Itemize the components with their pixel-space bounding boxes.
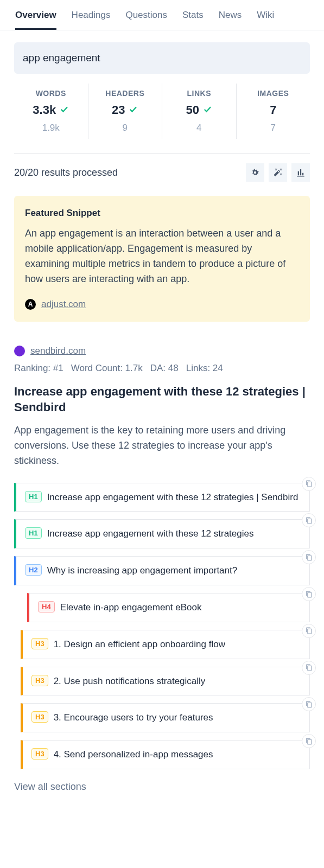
stat-label: HEADERS — [88, 89, 162, 98]
heading-level-badge: H4 — [38, 601, 55, 612]
heading-item[interactable]: H2Why is increasing app engagement impor… — [14, 556, 310, 585]
stat-value: 3.3k — [14, 103, 88, 117]
copy-icon[interactable] — [302, 661, 316, 675]
check-icon — [202, 103, 212, 117]
heading-text: 2. Use push notifications strategically — [54, 675, 206, 688]
heading-text: 1. Design an efficient app onboarding fl… — [54, 638, 225, 651]
heading-text: Increase app engagement with these 12 st… — [47, 527, 254, 540]
heading-item[interactable]: H1Increase app engagement with these 12 … — [14, 519, 310, 548]
tab-news[interactable]: News — [219, 5, 242, 30]
stat-value: 50 — [162, 103, 236, 117]
heading-level-badge: H3 — [31, 675, 48, 686]
check-icon — [128, 103, 138, 117]
serp-result: sendbird.com Ranking: #1 Word Count: 1.7… — [14, 346, 310, 769]
stat-label: WORDS — [14, 89, 88, 98]
stat-links: LINKS504 — [162, 84, 237, 139]
heading-item[interactable]: H34. Send personalized in-app messages — [21, 740, 310, 769]
meta-links: Links: 24 — [186, 363, 223, 374]
stat-sub: 1.9k — [14, 123, 88, 133]
heading-text: Increase app engagement with these 12 st… — [47, 491, 298, 504]
heading-text: Why is increasing app engagement importa… — [47, 564, 238, 577]
results-processed-text: 20/20 results processed — [14, 167, 118, 178]
stats-row: WORDS3.3k1.9kHEADERS239LINKS504IMAGES77 — [14, 84, 310, 139]
copy-icon[interactable] — [302, 513, 316, 527]
view-all-sections-link[interactable]: View all sections — [14, 781, 310, 793]
snippet-source-link[interactable]: adjust.com — [41, 299, 86, 310]
heading-level-badge: H3 — [31, 711, 48, 723]
result-title: Increase app engagement with these 12 st… — [14, 384, 310, 416]
stat-label: IMAGES — [237, 89, 310, 98]
heading-level-badge: H2 — [25, 564, 42, 576]
tab-headings[interactable]: Headings — [72, 5, 111, 30]
copy-icon[interactable] — [302, 697, 316, 711]
tab-overview[interactable]: Overview — [15, 5, 56, 30]
heading-item[interactable]: H1Increase app engagement with these 12 … — [14, 483, 310, 512]
stat-sub: 7 — [237, 123, 310, 133]
copy-icon[interactable] — [302, 550, 316, 564]
magic-wand-icon[interactable] — [269, 163, 287, 182]
tab-stats[interactable]: Stats — [182, 5, 204, 30]
stat-sub: 4 — [162, 123, 236, 133]
heading-text: Elevate in-app engagement eBook — [60, 601, 202, 614]
copy-icon[interactable] — [302, 587, 316, 601]
check-icon — [59, 103, 69, 117]
heading-level-badge: H1 — [25, 491, 42, 502]
result-domain-link[interactable]: sendbird.com — [30, 346, 86, 356]
heading-text: 4. Send personalized in-app messages — [54, 748, 213, 761]
keyword-box: app engagement — [14, 42, 310, 74]
sendbird-favicon — [14, 346, 25, 356]
copy-icon[interactable] — [302, 734, 316, 748]
heading-item[interactable]: H33. Encourage users to try your feature… — [21, 703, 310, 732]
stat-headers: HEADERS239 — [88, 84, 163, 139]
gear-icon[interactable] — [246, 163, 264, 182]
tab-wiki[interactable]: Wiki — [257, 5, 274, 30]
stat-sub: 9 — [88, 123, 162, 133]
result-description: App engagement is the key to retaining m… — [14, 423, 310, 469]
featured-snippet: Featured Snippet An app engagement is an… — [14, 196, 310, 322]
meta-wordcount: Word Count: 1.7k — [71, 363, 143, 374]
heading-item[interactable]: H4Elevate in-app engagement eBook — [27, 593, 310, 622]
result-meta: Ranking: #1 Word Count: 1.7k DA: 48 Link… — [14, 363, 310, 374]
heading-item[interactable]: H32. Use push notifications strategicall… — [21, 667, 310, 696]
copy-icon[interactable] — [302, 624, 316, 638]
heading-level-badge: H1 — [25, 527, 42, 539]
stat-words: WORDS3.3k1.9k — [14, 84, 88, 139]
chart-icon[interactable] — [291, 163, 310, 182]
tab-questions[interactable]: Questions — [125, 5, 167, 30]
snippet-title: Featured Snippet — [25, 208, 299, 219]
tabs: OverviewHeadingsQuestionsStatsNewsWiki — [0, 0, 324, 30]
stat-images: IMAGES77 — [237, 84, 310, 139]
snippet-body: An app engagement is an interaction betw… — [25, 226, 299, 287]
heading-level-badge: H3 — [31, 638, 48, 649]
copy-icon[interactable] — [302, 477, 316, 491]
meta-da: DA: 48 — [150, 363, 179, 374]
stat-label: LINKS — [162, 89, 236, 98]
heading-item[interactable]: H31. Design an efficient app onboarding … — [21, 630, 310, 659]
meta-ranking: Ranking: #1 — [14, 363, 63, 374]
stat-value: 23 — [88, 103, 162, 117]
heading-level-badge: H3 — [31, 748, 48, 760]
results-toolbar: 20/20 results processed — [14, 153, 310, 182]
snippet-source: А adjust.com — [25, 299, 299, 310]
heading-text: 3. Encourage users to try your features — [54, 711, 213, 724]
adjust-favicon: А — [25, 299, 36, 310]
stat-value: 7 — [237, 103, 310, 117]
